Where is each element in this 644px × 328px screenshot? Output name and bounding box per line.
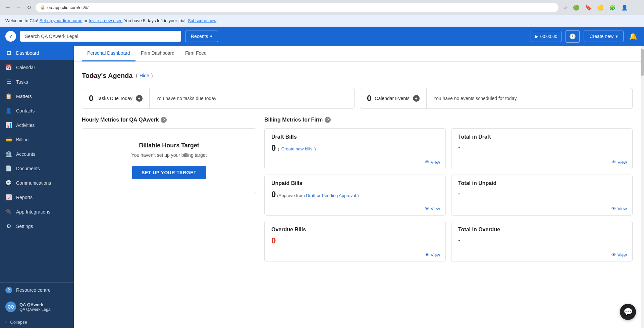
- create-new-label: Create new: [589, 34, 613, 39]
- total-unpaid-eye-icon: 👁: [611, 206, 616, 211]
- sidebar: ⊞ Dashboard 📅 Calendar ☰ Tasks 📋 Matters…: [0, 46, 74, 328]
- total-unpaid-view-link[interactable]: 👁 View: [611, 206, 627, 211]
- unpaid-bills-draft-link[interactable]: Draft: [306, 193, 315, 198]
- draft-bills-eye-icon: 👁: [425, 159, 429, 165]
- vertical-scrollbar[interactable]: [641, 46, 644, 328]
- overdue-bills-view-link[interactable]: 👁 View: [425, 252, 440, 257]
- billing-icon: 💳: [5, 136, 12, 143]
- sidebar-item-dashboard[interactable]: ⊞ Dashboard: [0, 46, 74, 60]
- create-new-chevron-icon: ▾: [615, 34, 618, 39]
- tab-firm-dashboard[interactable]: Firm Dashboard: [136, 46, 180, 61]
- search-placeholder: Search QA QAwerk Legal: [25, 34, 78, 39]
- url-text: eu.app.clio.com/nc/#/: [47, 5, 89, 10]
- user-firm: QA QAwerk Legal: [19, 307, 51, 312]
- tasks-icon: ☰: [5, 79, 12, 85]
- sidebar-item-billing[interactable]: 💳 Billing: [0, 132, 74, 147]
- tab-firm-label: Firm Dashboard: [141, 50, 174, 56]
- sidebar-item-resource-centre[interactable]: ? Resource centre: [0, 283, 74, 297]
- tasks-due-left: 0 Tasks Due Today +: [82, 88, 150, 108]
- accounts-icon: 🏦: [5, 151, 12, 157]
- timer-button[interactable]: ▶ 00:00:00: [531, 31, 562, 42]
- billing-target-card-title: Billable Hours Target: [92, 142, 246, 149]
- sidebar-item-contacts[interactable]: 👤 Contacts: [0, 103, 74, 118]
- sidebar-item-accounts[interactable]: 🏦 Accounts: [0, 147, 74, 161]
- create-new-button[interactable]: Create new ▾: [584, 31, 624, 42]
- sidebar-item-matters[interactable]: 📋 Matters: [0, 89, 74, 103]
- calendar-events-left: 0 Calendar Events +: [360, 88, 427, 108]
- billing-metrics-section: Billing Metrics for Firm ? Draft Bills 0…: [264, 117, 633, 262]
- add-task-button[interactable]: +: [136, 95, 143, 102]
- billing-metrics-help-icon[interactable]: ?: [325, 117, 331, 123]
- dashboard-icon: ⊞: [5, 50, 12, 56]
- calendar-events-label: Calendar Events: [375, 96, 410, 101]
- sidebar-user: QQ QA QAwerk QA QAwerk Legal: [0, 297, 74, 316]
- collapse-button[interactable]: ‹ Collapse: [0, 316, 74, 328]
- total-draft-card: Total in Draft - 👁 View: [451, 128, 633, 169]
- invite-user-link[interactable]: Invite a new user.: [89, 18, 122, 23]
- clock-button[interactable]: 🕐: [566, 30, 580, 43]
- recents-button[interactable]: Recents ▾: [185, 31, 218, 42]
- setup-firm-link[interactable]: Set up your firm name: [40, 18, 83, 23]
- total-unpaid-card: Total in Unpaid - 👁 View: [451, 175, 633, 216]
- chat-bubble-button[interactable]: 💬: [620, 304, 636, 320]
- recents-chevron-icon: ▾: [210, 34, 212, 39]
- tasks-due-card: 0 Tasks Due Today + You have no tasks du…: [82, 88, 355, 109]
- search-bar[interactable]: Search QA QAwerk Legal: [20, 31, 181, 42]
- sidebar-item-reports[interactable]: 📈 Reports: [0, 190, 74, 204]
- sidebar-item-activities[interactable]: 📊 Activities: [0, 118, 74, 132]
- agenda-hide-link[interactable]: Hide: [140, 73, 149, 78]
- total-draft-view-link[interactable]: 👁 View: [611, 159, 627, 165]
- contacts-icon: 👤: [5, 107, 12, 114]
- hourly-metrics-title-text: Hourly Metrics for QA QAwerk: [82, 117, 159, 123]
- extension-btn-2[interactable]: 🔖: [584, 3, 593, 12]
- total-overdue-view-link[interactable]: 👁 View: [611, 252, 627, 257]
- lock-icon: 🔒: [40, 5, 45, 10]
- hourly-metrics-title: Hourly Metrics for QA QAwerk ?: [82, 117, 256, 123]
- extension-btn-1[interactable]: 🟢: [572, 3, 581, 12]
- collapse-chevron-icon: ‹: [5, 320, 7, 325]
- extension-btn-3[interactable]: 🟡: [596, 3, 605, 12]
- overdue-bills-eye-icon: 👁: [425, 252, 429, 257]
- tab-personal-dashboard[interactable]: Personal Dashboard: [82, 46, 136, 61]
- notifications-button[interactable]: 🔔: [628, 31, 639, 42]
- agenda-row: 0 Tasks Due Today + You have no tasks du…: [82, 88, 633, 109]
- back-button[interactable]: ←: [4, 3, 12, 12]
- add-event-button[interactable]: +: [413, 95, 420, 102]
- user-initials: QQ: [8, 304, 14, 309]
- reload-button[interactable]: ↻: [25, 3, 33, 12]
- sidebar-item-documents[interactable]: 📄 Documents: [0, 161, 74, 176]
- reports-icon: 📈: [5, 194, 12, 200]
- logo[interactable]: ✓: [5, 31, 16, 42]
- chat-icon: 💬: [624, 308, 633, 316]
- more-menu-button[interactable]: ⋮: [632, 3, 640, 12]
- unpaid-bills-view-link[interactable]: 👁 View: [425, 206, 440, 211]
- address-bar[interactable]: 🔒 eu.app.clio.com/nc/#/: [35, 3, 559, 12]
- sidebar-item-app-integrations[interactable]: 🔌 App Integrations: [0, 204, 74, 219]
- total-draft-view-label: View: [618, 160, 627, 165]
- sidebar-item-tasks[interactable]: ☰ Tasks: [0, 75, 74, 89]
- profile-button[interactable]: 👤: [620, 3, 629, 12]
- scrollbar-thumb[interactable]: [641, 49, 644, 76]
- unpaid-bills-pending-link[interactable]: Pending Approval: [322, 193, 356, 198]
- total-overdue-value: -: [458, 236, 626, 244]
- unpaid-bills-card: Unpaid Bills 0 (Approve from Draft or Pe…: [264, 175, 446, 216]
- draft-bills-view-link[interactable]: 👁 View: [425, 159, 440, 165]
- star-button[interactable]: ☆: [561, 3, 569, 12]
- hourly-metrics-help-icon[interactable]: ?: [161, 117, 167, 123]
- sidebar-item-calendar[interactable]: 📅 Calendar: [0, 60, 74, 75]
- extension-btn-4[interactable]: 🧩: [608, 3, 617, 12]
- unpaid-bills-eye-icon: 👁: [425, 206, 429, 211]
- unpaid-bills-sub-before: (Approve from: [277, 193, 306, 198]
- sidebar-bottom: ? Resource centre QQ QA QAwerk QA QAwerk…: [0, 282, 74, 328]
- collapse-label: Collapse: [10, 320, 27, 325]
- metrics-row: Hourly Metrics for QA QAwerk ? Billable …: [82, 117, 633, 262]
- subscribe-link[interactable]: Subscribe now: [188, 18, 216, 23]
- app-body: ⊞ Dashboard 📅 Calendar ☰ Tasks 📋 Matters…: [0, 46, 644, 328]
- tasks-due-message: You have no tasks due today: [150, 88, 354, 108]
- tab-firm-feed[interactable]: Firm Feed: [180, 46, 212, 61]
- sidebar-item-communications[interactable]: 💬 Communications: [0, 176, 74, 190]
- create-new-bills-link[interactable]: Create new bills: [281, 146, 313, 151]
- forward-button[interactable]: →: [15, 3, 23, 12]
- sidebar-item-settings[interactable]: ⚙ Settings: [0, 219, 74, 233]
- setup-target-button[interactable]: SET UP YOUR TARGET: [132, 166, 206, 179]
